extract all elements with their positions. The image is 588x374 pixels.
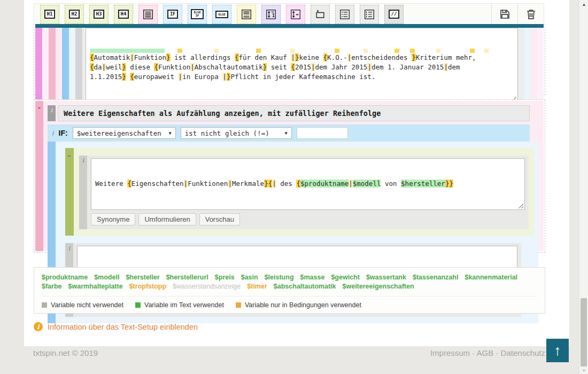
variable-hersteller[interactable]: $hersteller — [126, 274, 159, 281]
elseif-block-button[interactable]: ELSEIF — [188, 5, 207, 24]
if-operator-value: ist nicht gleich (!=) — [185, 129, 278, 137]
comment-text[interactable]: Weitere Eigenschaften als Aufzählung anz… — [58, 105, 530, 121]
heading3-icon: H3 — [94, 10, 105, 19]
setup-info-label: Information über das Text-Setup einblend… — [48, 323, 198, 331]
variable-timer[interactable]: $timer — [247, 283, 267, 290]
comment-row: i Weitere Eigenschaften als Aufzählung a… — [48, 105, 530, 121]
scrollbar-up-icon[interactable]: ▲ — [579, 2, 588, 7]
page: { "ui": { "collapse": "-", "marker": "i"… — [0, 0, 588, 374]
heading4-icon: H4 — [118, 10, 129, 19]
if-variable-value: $weitereeigenschaften — [77, 129, 163, 137]
tab-icon — [315, 9, 326, 20]
trash-icon — [526, 9, 536, 20]
legend-square-icon — [42, 302, 47, 308]
variable-weitereeigenschaften[interactable]: $weitereeigenschaften — [343, 283, 414, 290]
main-panel: H1H2H3H4IFELSEIFELSE1// — [24, 0, 569, 346]
chevron-down-icon: ▼ — [169, 131, 172, 136]
save-button[interactable] — [492, 4, 517, 25]
variable-wassertank[interactable]: $wassertank — [366, 274, 406, 281]
heading3-button[interactable]: H3 — [89, 5, 109, 24]
spin-text-block: - i Weitere {Eigenschaften|Funktionen|Me… — [65, 148, 534, 236]
list-block-button[interactable] — [335, 5, 354, 24]
svg-text:1: 1 — [272, 12, 275, 18]
umformulieren-button[interactable]: Umformulieren — [138, 213, 196, 225]
heading-block-clipped — [35, 24, 544, 28]
variable-tropfstopp[interactable]: $tropfstopp — [129, 283, 166, 290]
scrollbar-thumb[interactable] — [581, 298, 587, 367]
paragraph-button[interactable] — [138, 5, 158, 24]
legend-square-icon — [135, 302, 141, 308]
if-label: IF: — [59, 129, 68, 137]
elseif-block-icon: ELSEIF — [191, 9, 203, 19]
comment-block-icon: // — [389, 10, 400, 19]
variable-gewicht[interactable]: $gewicht — [331, 274, 360, 281]
scrollbar-down-icon[interactable]: ▼ — [579, 368, 588, 373]
spin-section-2: - i Weitere Eigenschaften als Aufzählung… — [34, 99, 545, 253]
legend-text: Variable im Text verwendet — [135, 301, 224, 309]
clipped-text-line — [90, 49, 514, 53]
arrow-up-icon: ↑ — [554, 342, 561, 359]
legend-square-icon — [236, 302, 241, 308]
spin-textarea-2[interactable]: Weitere {Eigenschaften|Funktionen|Merkma… — [91, 158, 525, 210]
toolbar: H1H2H3H4IFELSEIFELSE1// — [34, 3, 544, 25]
if-variable-select[interactable]: $weitereeigenschaften ▼ — [73, 127, 176, 139]
if-operator-select[interactable]: ist nicht gleich (!=) ▼ — [181, 127, 292, 139]
variable-abschaltautomatik[interactable]: $abschaltautomatik — [274, 283, 336, 290]
editor-content: Weitere {Eigenschaften|Funktionen|Merkma… — [87, 155, 529, 229]
spin-number-button[interactable]: 1 — [261, 5, 281, 24]
heading4-button[interactable]: H4 — [114, 5, 133, 24]
editor-row: i Weitere {Eigenschaften|Funktionen|Merk… — [79, 155, 529, 229]
comment-block-button[interactable]: // — [384, 5, 404, 24]
paragraph-block: - i Weitere Eigenschaften als Aufzählung… — [35, 101, 544, 251]
else-block-icon: ELSE — [215, 11, 228, 18]
scrollbar[interactable]: ▲ ▼ — [579, 0, 588, 374]
tab-block-button[interactable] — [311, 5, 330, 24]
else-block-button[interactable]: ELSE — [212, 5, 231, 24]
variable-farbe[interactable]: $farbe — [42, 283, 62, 290]
info-icon: i — [34, 322, 43, 331]
if-value-input[interactable] — [297, 127, 348, 139]
collapse-toggle[interactable]: - — [35, 104, 43, 111]
synonyme-button[interactable]: Synonyme — [91, 213, 135, 225]
info-marker: i — [48, 105, 56, 121]
variable-list: $produktname$modell$hersteller$herstelle… — [42, 274, 537, 290]
scroll-to-top-button[interactable]: ↑ — [546, 339, 569, 362]
variable-kannenmaterial[interactable]: $kannenmaterial — [465, 274, 517, 281]
legend-condition: Variable nur in Bedingungen verwendet — [236, 301, 361, 309]
collapse-toggle[interactable]: - — [65, 152, 73, 159]
variable-wasserstandsanzeige[interactable]: $wasserstandsanzeige — [173, 283, 241, 290]
if-condition-row: i IF: $weitereeigenschaften ▼ ist nicht … — [48, 124, 530, 142]
setup-info-link[interactable]: i Information über das Text-Setup einble… — [34, 322, 198, 331]
if-block-icon: IF — [167, 10, 178, 19]
spin-dash-button[interactable] — [286, 5, 305, 24]
info-marker: i — [79, 155, 87, 229]
variable-masse[interactable]: $masse — [300, 274, 325, 281]
footer-links[interactable]: Impressum · AGB · Datenschutz — [430, 348, 545, 357]
variable-asin[interactable]: $asin — [241, 274, 258, 281]
variable-leistung[interactable]: $leistung — [265, 274, 294, 281]
variable-warmhalteplatte[interactable]: $warmhalteplatte — [68, 283, 123, 290]
numbered-list-block-button[interactable] — [360, 5, 379, 24]
spin-textarea-1[interactable]: {Automatik|Funktion} ist allerdings {für… — [86, 28, 518, 103]
paragraph-icon — [143, 9, 153, 20]
heading2-icon: H2 — [69, 10, 80, 19]
variable-produktname[interactable]: $produktname — [42, 274, 88, 281]
vorschau-button[interactable]: Vorschau — [199, 213, 240, 225]
info-marker: i — [52, 130, 54, 137]
editor-buttons: SynonymeUmformulierenVorschau — [91, 213, 525, 225]
variable-tassenanzahl[interactable]: $tassenanzahl — [413, 274, 458, 281]
heading2-button[interactable]: H2 — [65, 5, 84, 24]
heading1-button[interactable]: H1 — [40, 5, 59, 24]
delete-button[interactable] — [518, 4, 544, 25]
spin-section-1: {Automatik|Funktion} ist allerdings {für… — [34, 24, 545, 95]
toolbar-actions — [491, 4, 544, 25]
variable-preis[interactable]: $preis — [215, 274, 235, 281]
paragraphs-icon — [241, 9, 252, 20]
textarea-resize-handle[interactable] — [518, 203, 523, 208]
variable-modell[interactable]: $modell — [94, 274, 119, 281]
variable-herstellerurl[interactable]: $herstellerurl — [166, 274, 208, 281]
paragraph-group-button[interactable] — [237, 5, 256, 24]
legend-unused: Variable nicht verwendet — [42, 301, 123, 309]
variable-legend: Variable nicht verwendetVariable im Text… — [42, 296, 537, 309]
if-block-button[interactable]: IF — [163, 5, 182, 24]
